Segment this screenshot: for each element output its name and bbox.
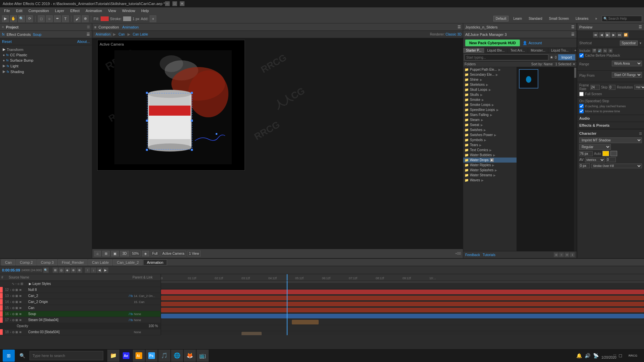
aejuice-menu-icon[interactable]: ☰ (571, 32, 575, 37)
vp-snap-btn[interactable]: ⌂ (94, 251, 101, 256)
vp-grid-btn[interactable]: ⊞ (102, 251, 110, 256)
track-bar-12[interactable] (161, 290, 644, 294)
tl-search[interactable]: 🔍 (43, 267, 49, 273)
include-fx-btn[interactable]: fx (603, 49, 607, 53)
window-controls[interactable]: ─ □ ✕ (165, 1, 184, 6)
sort-by[interactable]: Sort by: Name (531, 62, 553, 66)
track-bar-18[interactable] (241, 332, 262, 335)
tl-tab-can[interactable]: Can (1, 259, 15, 265)
taskbar-search-input[interactable] (30, 351, 103, 360)
folder-smoke-loops[interactable]: 📁Smoke Loops▶ (463, 102, 517, 107)
account-label[interactable]: Account (529, 41, 542, 45)
layer-row-14[interactable]: 14 ◦ ⊙ ⊞ ≋ Can_2 Origin 15. Can (0, 299, 161, 305)
taskbar-ae[interactable]: Ae (120, 350, 132, 362)
workspace-default[interactable]: Default (493, 16, 509, 21)
menu-window[interactable]: Window (119, 8, 138, 13)
tool-clone[interactable]: ⊕ (82, 15, 89, 22)
tl-tab-animation[interactable]: Animation (143, 259, 167, 265)
start-button[interactable]: ⊞ (3, 350, 15, 362)
feedback-btn[interactable]: Feedback (465, 253, 480, 257)
folder-skull-loops[interactable]: 📁Skull Loops▶ (463, 87, 517, 92)
stroke-size-input[interactable] (579, 163, 590, 168)
skip-input[interactable] (609, 85, 615, 90)
tl-tab-comp2[interactable]: Comp 2 (16, 259, 37, 265)
move-time-checkbox[interactable] (579, 109, 584, 113)
aejuice-tab-more[interactable]: + (572, 48, 577, 53)
tl-btn-7[interactable]: ↓ (91, 267, 96, 273)
prev-step-forward[interactable]: ▶ (611, 32, 616, 38)
tool-mask-rect[interactable]: □ (38, 15, 45, 22)
vp-view-dropdown[interactable]: 1 View (187, 251, 201, 256)
taskbar-search[interactable]: 🔍 (16, 350, 28, 362)
content-item-1[interactable] (519, 69, 538, 88)
frame-rate-input[interactable] (590, 85, 600, 90)
workspace-learn[interactable]: Learn (511, 16, 524, 21)
close-selection-icon[interactable]: ✕ (573, 62, 575, 66)
tl-btn-3[interactable]: ◈ (65, 267, 70, 273)
vp-camera-dropdown[interactable]: Active Camera (161, 251, 186, 256)
effect-transform[interactable]: ▶ Transform (1, 47, 91, 52)
preview-menu[interactable]: ☰ (639, 25, 642, 29)
import-button[interactable]: Import (558, 54, 575, 60)
folder-swishes[interactable]: 📁Swishes▶ (463, 127, 517, 132)
tutorials-btn[interactable]: Tutorials (483, 253, 495, 257)
close-button[interactable]: ✕ (180, 1, 184, 6)
about-btn[interactable]: About... (77, 40, 90, 44)
tl-tab-can-lable2[interactable]: Can_Lable_2 (113, 259, 142, 265)
fill-color-swatch[interactable] (101, 16, 109, 21)
effect-controls-menu[interactable]: ☰ (87, 32, 90, 37)
workspace-standard[interactable]: Standard (527, 16, 544, 21)
bc-can-lable[interactable]: Can Lable (131, 32, 150, 37)
vp-safe-btn[interactable]: ▣ (111, 251, 119, 256)
renderer-value[interactable]: Classic 3D (445, 33, 462, 36)
style-select[interactable]: Regular (579, 144, 611, 150)
play-from-select[interactable]: Start Of Range (612, 72, 642, 78)
tool-mask-ellipse[interactable]: ○ (46, 15, 53, 22)
tl-btn-9[interactable]: ▶ (103, 267, 108, 273)
taskbar-app5[interactable]: 🎵 (158, 350, 170, 362)
track-bar-13[interactable] (161, 296, 644, 300)
include-video-btn[interactable]: 🎬 (592, 49, 596, 53)
folder-steam[interactable]: 📁Steam▶ (463, 117, 517, 122)
resolution-select[interactable]: Half (634, 85, 644, 89)
folder-water-splashes[interactable]: 📁Water Splashes▶ (463, 168, 517, 173)
menu-view[interactable]: View (105, 8, 119, 13)
folder-skulls[interactable]: 📁Skulls▶ (463, 92, 517, 97)
aejuice-tab-starter[interactable]: Starter P... (463, 48, 485, 53)
surface-bump-toggle[interactable]: ● (3, 58, 5, 62)
notification-center[interactable]: □ (619, 353, 622, 358)
fullscreen-checkbox[interactable] (579, 92, 584, 96)
taskbar-ps[interactable]: Ps (146, 350, 158, 362)
workspace-libraries[interactable]: Libraries (574, 16, 590, 21)
tracking-select[interactable]: Metrics (585, 158, 605, 162)
tool-hand[interactable]: ✋ (10, 15, 17, 22)
shortcut-dropdown[interactable]: ▼ (639, 42, 642, 45)
tl-btn-4[interactable]: ⊕ (71, 267, 76, 273)
folder-secondary[interactable]: 📁Secondary Ele...▶ (463, 72, 517, 77)
prev-first[interactable]: ⏮ (593, 32, 598, 38)
help-search[interactable] (602, 16, 642, 22)
menu-effect[interactable]: Effect (67, 8, 82, 13)
tl-btn-6[interactable]: ↑ (85, 267, 90, 273)
prev-step-back[interactable]: ◀ (599, 32, 604, 38)
folder-symbols[interactable]: 📁Symbols▶ (463, 137, 517, 142)
tool-brush[interactable]: 🖌 (74, 15, 80, 22)
layer-row-16[interactable]: 16 ◦ ⊙ ⊞ ≋ Soup / fx None (0, 311, 161, 317)
view-info-btn[interactable]: ℹ (570, 252, 575, 257)
tray-icon-2[interactable]: 🔊 (585, 353, 590, 358)
tray-icon-1[interactable]: 🔔 (576, 353, 582, 358)
tray-icon-3[interactable]: 📡 (593, 353, 599, 358)
menu-help[interactable]: Help (139, 8, 152, 13)
folder-water-bubbles[interactable]: 📁Water Bubbles▶ (463, 153, 517, 158)
cache-checkbox[interactable] (579, 53, 584, 58)
reset-btn[interactable]: Reset (2, 40, 12, 44)
menu-edit[interactable]: Edit (13, 8, 25, 13)
char-color1-swatch[interactable] (602, 151, 609, 156)
include-audio-btn[interactable]: 🔊 (598, 49, 602, 53)
folder-water-drops[interactable]: 📁Water Drops■ (463, 158, 517, 163)
tl-btn-1[interactable]: ⊞ (53, 267, 58, 273)
folder-water-streams[interactable]: 📁Water Streams▶ (463, 173, 517, 178)
folder-text-comics[interactable]: 📁Text Comics▶ (463, 147, 517, 153)
minimize-button[interactable]: ─ (165, 1, 170, 6)
view-grid-btn[interactable]: ⊞ (554, 252, 558, 257)
